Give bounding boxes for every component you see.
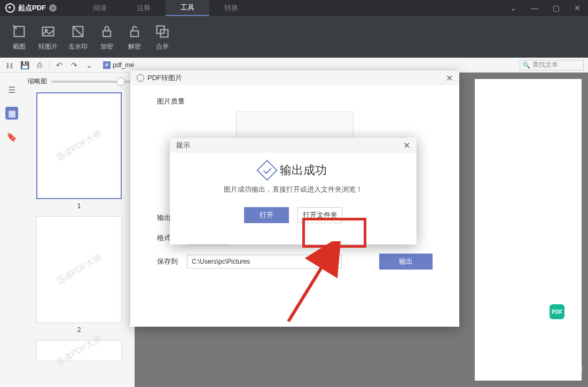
sidebar-bookmarks-icon[interactable]: 🔖 [5,130,18,143]
sidebar-outline-icon[interactable]: ☰ [5,83,18,96]
save-to-label: 保存到 [157,257,178,266]
dialog2-title: 提示 [176,140,190,150]
tab-tools[interactable]: 工具 [166,0,209,16]
document-page [475,79,582,381]
close-icon[interactable]: ✕ [567,0,588,16]
success-subtitle: 图片成功输出，直接打开或进入文件夹浏览！ [181,185,406,194]
browse-icon[interactable]: … [331,258,337,265]
tool-merge[interactable]: 合并 [154,23,171,51]
sidebar-icons: ☰ ▦ 🔖 [0,73,23,387]
tab-convert[interactable]: 转换 [209,0,253,16]
open-button[interactable]: 打开 [244,207,289,223]
tool-encrypt[interactable]: 加密 [98,23,115,51]
lock-icon [98,23,115,40]
tab-read[interactable]: 阅读 [78,0,122,16]
quality-label: 图片质量 [157,97,185,106]
main-tabs: 阅读 注释 工具 转换 [78,0,253,16]
tool-decrypt[interactable]: 解密 [126,23,143,51]
tab-annotate[interactable]: 注释 [122,0,166,16]
tool-to-image[interactable]: 转图片 [38,23,58,51]
tool-screenshot[interactable]: 截图 [11,23,28,51]
search-input[interactable]: 🔍 查找文本 [520,60,584,70]
to-image-icon [40,23,57,40]
svg-rect-4 [103,30,111,36]
dropdown-icon[interactable]: ⌄ [84,60,95,70]
print-icon[interactable]: ⎙ [34,60,45,70]
check-icon [256,160,278,181]
thumbnail-label-2: 2 [28,326,130,334]
app-name: 起点PDF [18,3,46,13]
minimize-icon[interactable]: — [524,0,545,16]
success-heading: 输出成功 [280,162,327,178]
success-dialog: 提示 ✕ 输出成功 图片成功输出，直接打开或进入文件夹浏览！ 打开 打开文件夹 [170,138,417,244]
save-path-input[interactable]: C:\Users\pc\Pictures … [187,255,342,268]
search-icon: 🔍 [522,61,530,69]
window-controls: ⌄ — ▢ ✕ [503,0,588,16]
unlock-icon [126,23,143,40]
maximize-icon[interactable]: ▢ [545,0,567,16]
thumbnail-page-1[interactable] [36,92,122,199]
dialog1-close-icon[interactable]: ✕ [446,73,453,83]
thumbnail-label-1: 1 [28,202,130,210]
tool-remove-watermark[interactable]: 去水印 [68,23,88,51]
collapse-icon[interactable]: ⌄ [503,0,524,16]
book-view-icon[interactable]: ⫿⫿ [4,60,15,70]
tools-toolbar: 截图 转图片 去水印 加密 解密 合并 [0,16,588,58]
thumbnail-size-slider[interactable] [51,81,130,83]
dialog2-titlebar: 提示 ✕ [170,138,417,153]
document-tab[interactable]: P pdf_me [99,60,138,70]
export-button[interactable]: 输出 [379,254,433,270]
dialog2-close-icon[interactable]: ✕ [403,140,410,151]
screenshot-icon [11,23,28,40]
undo-icon[interactable]: ↶ [54,60,65,70]
sidebar-thumbnails-icon[interactable]: ▦ [5,107,18,120]
app-menu-dropdown-icon[interactable]: ▾ [49,4,57,12]
dialog-logo-icon [137,74,144,82]
thumbnail-page-2[interactable] [36,216,122,323]
pdf-badge-icon: PDF [550,304,565,319]
thumbnails-title: 缩略图 [28,77,47,86]
dialog1-titlebar: PDF转图片 ✕ [130,70,459,85]
remove-watermark-icon [69,23,87,40]
dialog1-title: PDF转图片 [147,73,182,83]
document-name: pdf_me [113,61,134,69]
save-icon[interactable]: 💾 [19,60,30,70]
redo-icon[interactable]: ↷ [69,60,80,70]
title-bar: 起点PDF ▾ 阅读 注释 工具 转换 ⌄ — ▢ ✕ [0,0,588,16]
thumbnail-page-3[interactable] [36,340,122,361]
thumbnail-panel: 缩略图 1 2 [23,73,135,387]
open-folder-button[interactable]: 打开文件夹 [297,207,342,223]
merge-icon [154,23,171,40]
pdf-file-icon: P [103,61,111,69]
app-logo-icon [5,3,15,13]
svg-rect-5 [131,30,138,36]
